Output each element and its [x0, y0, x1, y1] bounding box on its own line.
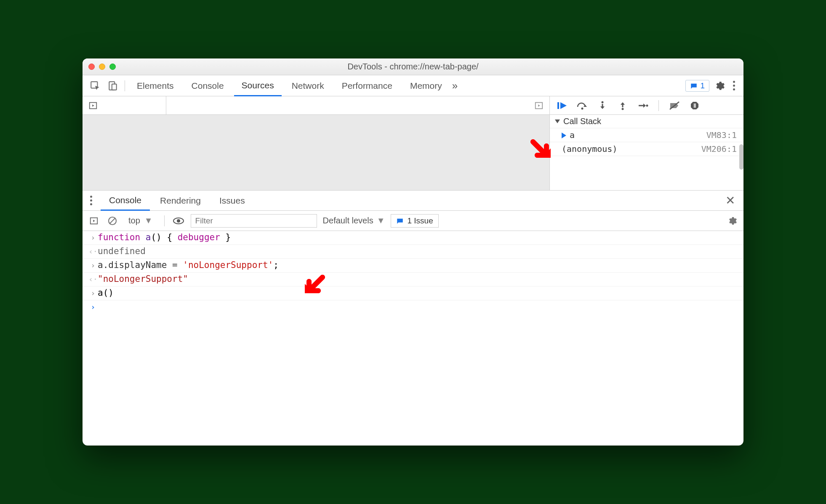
disclosure-triangle-icon — [555, 119, 560, 123]
console-toolbar: top ▼ Default levels ▼ 1 Issue — [83, 211, 743, 231]
console-sidebar-toggle-icon[interactable] — [88, 216, 100, 225]
tab-memory[interactable]: Memory — [402, 75, 450, 96]
show-debugger-icon[interactable] — [533, 101, 545, 110]
more-tabs-button[interactable]: » — [452, 80, 458, 92]
input-chevron-icon: › — [88, 288, 98, 299]
sources-toolbar — [83, 96, 743, 115]
svg-point-17 — [177, 219, 180, 223]
console-input-line: › a.displayName = 'noLongerSupport'; — [83, 259, 743, 273]
deactivate-breakpoints-icon[interactable] — [668, 101, 681, 110]
device-toolbar-icon[interactable] — [105, 78, 120, 93]
separator — [164, 215, 165, 226]
tab-performance[interactable]: Performance — [334, 75, 400, 96]
svg-point-8 — [622, 108, 624, 110]
drawer-tab-rendering[interactable]: Rendering — [152, 191, 209, 210]
input-chevron-icon: › — [88, 232, 98, 243]
settings-gear-icon[interactable] — [712, 78, 727, 93]
main-tab-bar: Elements Console Sources Network Perform… — [83, 75, 743, 96]
svg-point-7 — [602, 101, 604, 103]
live-expression-icon[interactable] — [172, 217, 185, 225]
pause-on-exceptions-icon[interactable] — [688, 101, 701, 111]
tab-network[interactable]: Network — [284, 75, 332, 96]
console-output-line: ‹· undefined — [83, 245, 743, 259]
window-title: DevTools - chrome://new-tab-page/ — [83, 62, 743, 72]
svg-rect-12 — [695, 103, 696, 108]
separator — [125, 80, 125, 91]
sources-body: Call Stack a VM83:1 (anonymous) VM206:1 — [83, 115, 743, 191]
clear-console-icon[interactable] — [106, 216, 119, 226]
output-chevron-icon: ‹· — [88, 274, 98, 285]
more-options-button[interactable] — [730, 81, 738, 90]
call-stack-header[interactable]: Call Stack — [550, 115, 743, 128]
svg-rect-2 — [112, 84, 117, 90]
svg-line-15 — [110, 218, 115, 223]
prompt-chevron-icon: › — [88, 302, 98, 313]
step-into-icon[interactable] — [596, 101, 609, 111]
issue-icon — [396, 217, 404, 225]
execution-context-selector[interactable]: top ▼ — [125, 215, 157, 227]
tab-elements[interactable]: Elements — [129, 75, 181, 96]
separator — [658, 100, 659, 111]
console-output[interactable]: › function a() { debugger } ‹· undefined… — [83, 231, 743, 446]
call-stack-frame[interactable]: a VM83:1 — [550, 128, 743, 142]
tab-console[interactable]: Console — [184, 75, 232, 96]
close-drawer-button[interactable]: ✕ — [721, 194, 739, 207]
source-editor-area[interactable] — [83, 115, 550, 190]
title-bar: DevTools - chrome://new-tab-page/ — [83, 58, 743, 75]
scrollbar-thumb[interactable] — [739, 144, 743, 170]
call-stack-frame[interactable]: (anonymous) VM206:1 — [550, 142, 743, 156]
step-out-icon[interactable] — [616, 101, 629, 111]
show-navigator-icon[interactable] — [87, 101, 99, 110]
console-settings-gear-icon[interactable] — [726, 216, 738, 226]
chevron-down-icon: ▼ — [144, 216, 153, 225]
devtools-window: DevTools - chrome://new-tab-page/ Elemen… — [83, 58, 743, 446]
step-icon[interactable] — [637, 101, 649, 110]
svg-rect-11 — [694, 103, 695, 108]
console-output-line: ‹· "noLongerSupport" — [83, 273, 743, 286]
console-issues-button[interactable]: 1 Issue — [391, 214, 438, 228]
resume-script-icon[interactable] — [556, 101, 568, 110]
inspect-element-icon[interactable] — [88, 78, 103, 93]
debugger-controls — [550, 96, 743, 114]
drawer-more-button[interactable] — [87, 196, 96, 205]
issues-chip[interactable]: 1 — [685, 80, 709, 92]
step-over-icon[interactable] — [576, 101, 589, 110]
issue-icon — [690, 82, 698, 90]
console-filter-input[interactable] — [191, 214, 317, 228]
input-chevron-icon: › — [88, 260, 98, 271]
drawer-tab-issues[interactable]: Issues — [211, 191, 253, 210]
svg-point-6 — [581, 107, 584, 109]
console-prompt[interactable]: › — [83, 300, 743, 314]
output-chevron-icon: ‹· — [88, 246, 98, 257]
svg-rect-5 — [557, 102, 559, 109]
chevron-down-icon: ▼ — [377, 216, 385, 225]
tab-sources[interactable]: Sources — [234, 76, 282, 96]
drawer-tab-bar: Console Rendering Issues ✕ — [83, 191, 743, 211]
svg-point-9 — [646, 104, 648, 106]
drawer-tab-console[interactable]: Console — [101, 191, 150, 211]
console-input-line: › function a() { debugger } — [83, 231, 743, 245]
debugger-sidebar: Call Stack a VM83:1 (anonymous) VM206:1 — [550, 115, 743, 190]
log-levels-selector[interactable]: Default levels ▼ — [323, 216, 385, 225]
console-input-line: › a() — [83, 286, 743, 300]
